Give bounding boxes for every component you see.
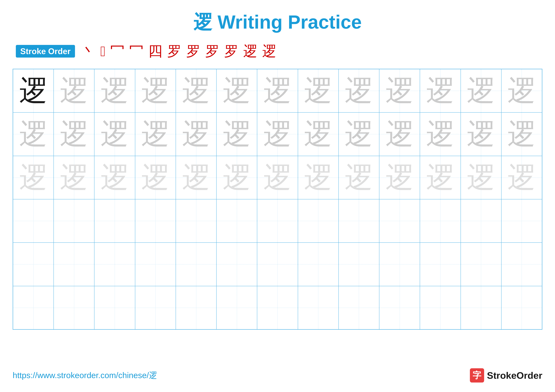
logo-text: StrokeOrder [487,370,542,381]
grid-cell[interactable] [176,242,216,286]
grid-cell[interactable] [379,199,420,242]
grid-cell[interactable]: 逻 [135,112,176,156]
grid-cell[interactable] [176,286,216,329]
grid-cell[interactable] [501,286,542,329]
grid-cell[interactable] [501,199,542,242]
practice-char-light: 逻 [223,72,251,110]
grid-cell[interactable]: 逻 [216,112,257,156]
grid-cell[interactable]: 逻 [420,156,460,199]
grid-cell[interactable] [461,199,501,242]
grid-cell[interactable] [339,199,379,242]
grid-cell[interactable] [216,286,257,329]
grid-cell[interactable]: 逻 [257,112,298,156]
grid-cell[interactable]: 逻 [298,112,339,156]
grid-cell[interactable] [298,199,339,242]
stroke-order-row: Stroke Order 丶 𠃌 冖 冖 四 罗 罗 罗 罗 逻 逻 [13,42,542,61]
grid-cell[interactable] [420,242,460,286]
title-chinese: 逻 Writing Practice [193,11,362,33]
grid-cell[interactable] [379,286,420,329]
grid-cell[interactable] [298,242,339,286]
grid-cell[interactable]: 逻 [94,112,135,156]
grid-cell[interactable]: 逻 [13,112,54,156]
practice-char-light: 逻 [263,72,292,110]
grid-cell[interactable] [379,242,420,286]
practice-char-light: 逻 [141,72,170,110]
grid-cell[interactable]: 逻 [54,156,94,199]
grid-cell[interactable] [135,242,176,286]
practice-char-light: 逻 [101,115,129,153]
grid-cell[interactable]: 逻 [461,156,501,199]
grid-cell[interactable] [13,242,54,286]
practice-char-light: 逻 [467,72,495,110]
grid-cell[interactable] [420,199,460,242]
grid-cell[interactable] [257,199,298,242]
grid-cell[interactable]: 逻 [339,156,379,199]
grid-cell[interactable]: 逻 [501,69,542,112]
grid-cell[interactable]: 逻 [54,69,94,112]
grid-cell[interactable]: 逻 [298,156,339,199]
grid-cell[interactable]: 逻 [298,69,339,112]
grid-cell[interactable] [216,199,257,242]
practice-char-lighter: 逻 [426,158,454,197]
grid-cell[interactable] [257,286,298,329]
stroke-step-6: 罗 [167,42,182,61]
stroke-step-2: 𠃌 [100,43,106,59]
practice-char-light: 逻 [507,72,536,110]
grid-cell[interactable]: 逻 [176,69,216,112]
grid-cell[interactable]: 逻 [379,156,420,199]
stroke-sequence: 丶 𠃌 冖 冖 四 罗 罗 罗 罗 逻 逻 [81,42,276,61]
practice-char-light: 逻 [304,115,332,153]
practice-char-light: 逻 [263,115,292,153]
page: 逻 Writing Practice Stroke Order 丶 𠃌 冖 冖 … [0,0,555,392]
grid-cell[interactable] [135,199,176,242]
grid-cell[interactable] [135,286,176,329]
stroke-step-4: 冖 [129,42,144,61]
grid-cell[interactable]: 逻 [13,156,54,199]
grid-cell[interactable]: 逻 [54,112,94,156]
grid-cell[interactable]: 逻 [461,69,501,112]
grid-cell[interactable]: 逻 [379,69,420,112]
writing-grid[interactable]: 逻逻逻逻逻逻逻逻逻逻逻逻逻逻逻逻逻逻逻逻逻逻逻逻逻逻逻逻逻逻逻逻逻逻逻逻逻逻逻 [13,69,542,330]
grid-cell[interactable] [216,242,257,286]
grid-cell[interactable] [257,242,298,286]
grid-cell[interactable] [13,286,54,329]
grid-cell[interactable]: 逻 [339,69,379,112]
practice-char-light: 逻 [385,115,414,153]
grid-cell[interactable]: 逻 [216,69,257,112]
grid-cell[interactable]: 逻 [94,156,135,199]
grid-cell[interactable] [94,242,135,286]
grid-cell[interactable] [461,286,501,329]
grid-cell[interactable]: 逻 [420,69,460,112]
grid-cell[interactable]: 逻 [135,156,176,199]
grid-cell[interactable] [94,199,135,242]
grid-cell[interactable]: 逻 [216,156,257,199]
grid-cell[interactable]: 逻 [176,112,216,156]
grid-cell[interactable] [501,242,542,286]
grid-cell[interactable] [54,199,94,242]
grid-cell[interactable] [54,286,94,329]
grid-cell[interactable] [420,286,460,329]
grid-cell[interactable]: 逻 [13,69,54,112]
grid-cell[interactable] [298,286,339,329]
grid-cell[interactable]: 逻 [420,112,460,156]
grid-cell[interactable]: 逻 [257,156,298,199]
grid-cell[interactable] [13,199,54,242]
grid-cell[interactable]: 逻 [461,112,501,156]
grid-cell[interactable]: 逻 [135,69,176,112]
grid-cell[interactable]: 逻 [501,112,542,156]
grid-cell[interactable]: 逻 [94,69,135,112]
grid-cell[interactable] [54,242,94,286]
grid-cell[interactable] [461,242,501,286]
practice-char-light: 逻 [467,115,495,153]
grid-cell[interactable] [94,286,135,329]
grid-cell[interactable]: 逻 [176,156,216,199]
grid-cell[interactable]: 逻 [379,112,420,156]
practice-char-lighter: 逻 [223,158,251,197]
grid-cell[interactable]: 逻 [339,112,379,156]
grid-cell[interactable] [176,199,216,242]
grid-cell[interactable] [339,242,379,286]
grid-cell[interactable] [339,286,379,329]
practice-char-light: 逻 [426,115,454,153]
grid-cell[interactable]: 逻 [501,156,542,199]
grid-cell[interactable]: 逻 [257,69,298,112]
